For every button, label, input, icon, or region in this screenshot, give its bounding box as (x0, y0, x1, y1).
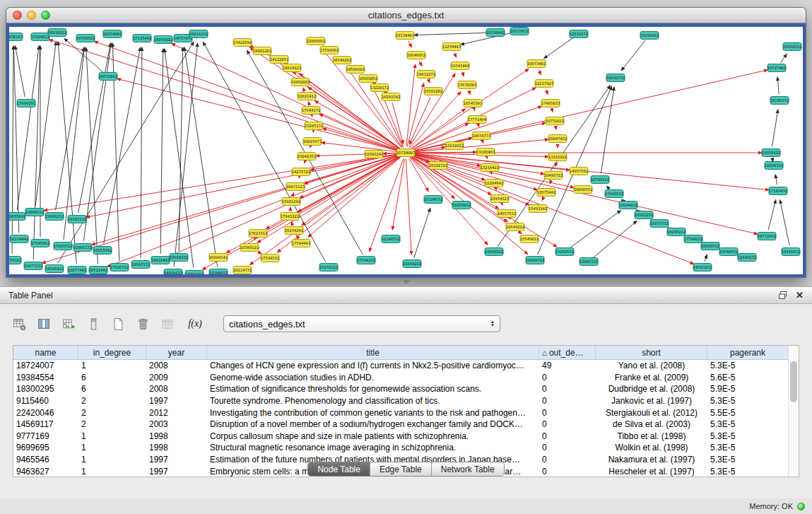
graph-node[interactable]: 10474773 (472, 132, 491, 140)
graph-node[interactable]: 18545303 (464, 100, 483, 107)
graph-node[interactable]: 16477232 (24, 262, 43, 270)
table-selector-dropdown[interactable]: citations_edges.txt ▲▼ (223, 315, 500, 332)
splitter-handle[interactable] (403, 280, 410, 284)
graph-node[interactable]: 22068882 (307, 37, 326, 45)
new-table-button[interactable] (109, 315, 127, 333)
column-header-short[interactable]: short (596, 346, 707, 359)
import-table-button[interactable] (158, 315, 177, 333)
graph-node[interactable]: 15493242 (529, 205, 548, 213)
graph-node[interactable]: 15954332 (783, 43, 802, 51)
table-row[interactable]: 977716911998Corpus callosum shape and si… (13, 431, 788, 443)
float-panel-icon[interactable] (778, 291, 787, 300)
graph-node[interactable]: 14957532 (498, 210, 517, 218)
graph-node[interactable]: 19862020 (291, 78, 310, 86)
graph-node[interactable]: 17135442 (133, 35, 152, 42)
tab-network-table[interactable]: Network Table (432, 462, 504, 476)
graph-node[interactable]: 12204642 (485, 180, 504, 187)
graph-node[interactable]: 17999012 (31, 33, 50, 41)
table-row[interactable]: 1872400712008Changes of HCN gene express… (13, 360, 788, 372)
graph-node[interactable]: 16548262 (333, 57, 352, 64)
column-header-pagerank[interactable]: pagerank (707, 346, 788, 359)
graph-node[interactable]: 15184532 (424, 196, 443, 204)
graph-node[interactable]: 17999252 (17, 100, 36, 107)
graph-node[interactable]: 16046232 (667, 228, 686, 236)
graph-node[interactable]: 19560532 (719, 248, 739, 256)
graph-node[interactable]: 16047432 (548, 135, 567, 143)
graph-node[interactable]: 17485033 (541, 100, 560, 107)
graph-node[interactable]: 18955732 (650, 220, 669, 228)
close-panel-icon[interactable]: ✕ (796, 291, 804, 300)
graph-node[interactable]: 19561232 (635, 211, 654, 219)
graph-node[interactable]: 18096552 (574, 186, 593, 194)
graph-node[interactable]: 15905132 (73, 244, 93, 252)
table-row[interactable]: 1938455462009Genome-wide association stu… (13, 372, 788, 384)
graph-node[interactable]: 18154042 (103, 30, 122, 38)
graph-node[interactable]: 17943222 (281, 213, 300, 221)
delete-table-button[interactable] (134, 315, 152, 333)
graph-node[interactable]: 14503232 (693, 264, 712, 271)
graph-node[interactable]: 18416442 (151, 257, 170, 264)
graph-node[interactable]: 13210822 (445, 142, 464, 150)
graph-node[interactable]: 18299222 (403, 260, 422, 268)
graph-node[interactable]: 18302242 (365, 151, 384, 158)
graph-node[interactable]: 17594532 (261, 255, 280, 262)
graph-node[interactable]: 18299422 (640, 32, 659, 40)
graph-node[interactable]: 16102722 (429, 162, 448, 170)
graph-node[interactable]: 17595722 (110, 264, 129, 271)
graph-node[interactable]: 18999722 (526, 257, 545, 264)
graph-node[interactable]: 13216422 (481, 164, 500, 172)
graph-node[interactable]: 16436161 (9, 33, 23, 41)
graph-node[interactable]: 14769522 (76, 35, 95, 42)
graph-node[interactable]: 19727402 (767, 64, 787, 72)
graph-node[interactable]: 15268532 (555, 248, 575, 256)
table-row[interactable]: 1830029562008Estimation of significance … (13, 383, 788, 395)
graph-node[interactable]: 16055022 (154, 36, 173, 44)
tab-edge-table[interactable]: Edge Table (370, 462, 432, 476)
graph-node[interactable]: 18133032 (510, 28, 529, 35)
graph-node[interactable]: 18724007 (396, 149, 416, 157)
graph-node[interactable]: 18368122 (240, 244, 259, 252)
graph-node[interactable]: 16799192 (591, 176, 610, 184)
close-window-button[interactable] (13, 11, 22, 20)
graph-node[interactable]: 16646952 (407, 52, 426, 59)
graph-node[interactable]: 18668532 (701, 243, 720, 250)
graph-node[interactable]: 16958122 (319, 264, 339, 271)
graph-node[interactable]: 16981052 (359, 75, 378, 83)
graph-node[interactable]: 19560322 (170, 254, 189, 262)
graph-node[interactable]: 10973402 (527, 60, 546, 68)
graph-node[interactable]: 18668332 (131, 261, 151, 269)
graph-node[interactable]: 14419132 (164, 269, 183, 275)
delete-column-button[interactable] (84, 315, 102, 333)
graph-node[interactable]: 12148532 (382, 235, 401, 243)
graph-node[interactable]: 12818572 (570, 30, 589, 38)
graph-node[interactable]: 20665042 (9, 213, 25, 221)
graph-node[interactable]: 13161022 (548, 153, 567, 161)
graph-node[interactable]: 18303132 (68, 216, 87, 223)
graph-node[interactable]: 17623312 (249, 230, 268, 238)
graph-node[interactable]: 13761322 (185, 271, 204, 275)
show-columns-button[interactable] (35, 315, 53, 333)
graph-node[interactable]: 12217927 (535, 80, 554, 88)
graph-node[interactable]: 15422690 (233, 39, 252, 47)
graph-node[interactable]: 18575442 (537, 189, 556, 197)
graph-node[interactable]: 18130942 (486, 29, 505, 37)
graph-node[interactable]: 18114732 (233, 267, 252, 274)
graph-node[interactable]: 15549012 (520, 235, 539, 243)
window-titlebar[interactable]: citations_edges.txt (6, 8, 806, 23)
graph-node[interactable]: 11254443 (442, 43, 461, 51)
graph-node[interactable]: 18416632 (782, 248, 801, 256)
graph-node[interactable]: 15888232 (45, 213, 64, 221)
graph-node[interactable]: 15581262 (424, 88, 443, 95)
graph-node[interactable]: 23042351 (298, 153, 317, 160)
graph-node[interactable]: 16958032 (452, 201, 471, 209)
graph-node[interactable]: 16261542 (382, 93, 401, 101)
graph-node[interactable]: 18988822 (485, 248, 504, 256)
graph-node[interactable]: 14957582 (570, 168, 589, 175)
graph-node[interactable]: 18944032 (619, 201, 638, 209)
graph-node[interactable]: 17594441 (292, 240, 311, 247)
graph-node[interactable]: 12160832 (209, 269, 228, 275)
graph-node[interactable]: 18955542 (93, 247, 112, 255)
graph-node[interactable]: 17594932 (684, 235, 703, 243)
graph-node[interactable]: 16772032 (758, 233, 777, 240)
tab-node-table[interactable]: Node Table (308, 462, 370, 476)
